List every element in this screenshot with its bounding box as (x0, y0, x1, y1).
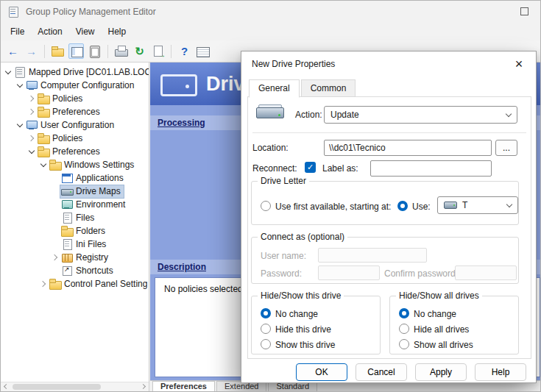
drive-letter-dropdown[interactable]: T (437, 196, 518, 214)
tree-item-label: Registry (76, 252, 108, 263)
radio-this-no-change[interactable] (261, 308, 271, 318)
applications-icon (61, 172, 73, 184)
icon-view-icon[interactable] (195, 43, 211, 59)
location-input[interactable] (324, 140, 492, 156)
ok-button[interactable]: OK (296, 363, 347, 381)
export-list-icon[interactable] (150, 43, 166, 59)
scroll-left-icon[interactable] (4, 384, 9, 389)
close-icon[interactable]: × (509, 55, 528, 73)
separator (252, 132, 526, 133)
tree-item-shortcuts[interactable]: Shortcuts (1, 264, 149, 277)
menu-view[interactable]: View (69, 24, 102, 39)
tree-item-gpo-root[interactable]: Mapped Drive [DC01.LAB.LOCA (1, 65, 149, 79)
scrollbar-thumb[interactable] (13, 384, 101, 390)
hide-this-drive-label: Hide this drive (275, 324, 331, 335)
show-console-tree-icon[interactable] (68, 43, 84, 59)
radio-use[interactable] (397, 201, 408, 211)
processing-link[interactable]: Processing (158, 118, 205, 128)
computer-icon (26, 79, 38, 91)
tree-item-windows-settings[interactable]: Windows Settings (1, 158, 149, 171)
password-input (318, 266, 380, 280)
reconnect-checkbox[interactable]: ✓ (305, 162, 316, 173)
tree-item-content: User Configuration (25, 119, 117, 132)
chevron-slot (50, 226, 60, 236)
tree-item-content: Control Panel Setting (49, 278, 149, 291)
tree-item-applications[interactable]: Applications (1, 171, 149, 185)
forward-icon[interactable]: → (24, 43, 39, 59)
hide-show-all-legend: Hide/Show all drives (396, 291, 482, 301)
tree-item-content: Policies (37, 93, 85, 105)
tree-item-content: Preferences (37, 106, 103, 118)
environment-icon (61, 199, 73, 210)
user-configuration-icon (26, 119, 38, 131)
tree-item-content: Environment (60, 199, 128, 211)
tree-item-policies-computer[interactable]: Policies (1, 92, 149, 105)
ini-files-icon (61, 238, 73, 250)
tree-item-registry[interactable]: Registry (1, 251, 149, 264)
chevron-right-icon[interactable] (26, 133, 37, 143)
tree-item-content: Applications (60, 172, 127, 185)
radio-use-first-available[interactable] (261, 201, 271, 211)
tree-item-folders[interactable]: Folders (1, 224, 149, 238)
cancel-button[interactable]: Cancel (356, 363, 407, 381)
drive-icon-part (453, 204, 455, 206)
help-button[interactable]: Help (475, 363, 526, 381)
up-one-level-icon[interactable] (50, 43, 66, 59)
radio-show-all-drives[interactable] (399, 339, 409, 349)
tree-item-label: Applications (76, 173, 124, 183)
back-icon[interactable]: ← (5, 43, 21, 59)
tree-item-files[interactable]: Files (1, 211, 149, 224)
chevron-down-icon[interactable] (3, 67, 13, 77)
help-icon[interactable]: ? (177, 43, 192, 59)
tree-item-preferences-user[interactable]: Preferences (1, 145, 149, 158)
menu-action[interactable]: Action (31, 24, 68, 39)
chevron-down-icon[interactable] (15, 80, 25, 90)
drive-action-icon (255, 101, 285, 124)
chevron-right-icon[interactable] (50, 252, 60, 263)
password-label: Password: (261, 268, 302, 279)
tree-item-drive-maps[interactable]: Drive Maps (1, 185, 149, 198)
tree-item-label: Windows Settings (64, 160, 134, 170)
refresh-icon[interactable]: ↻ (132, 43, 147, 59)
menu-help[interactable]: Help (102, 24, 133, 39)
confirm-password-input (455, 266, 517, 280)
print-icon[interactable] (113, 43, 129, 59)
chevron-down-icon[interactable] (26, 146, 37, 157)
general-tab-page: Action: Update Location: ... Reconnect: … (247, 96, 531, 359)
action-dropdown[interactable]: Update (324, 106, 517, 124)
chevron-right-icon[interactable] (26, 107, 37, 117)
chevron-right-icon[interactable] (38, 279, 49, 289)
tree-item-content: Folders (60, 225, 108, 238)
radio-show-this-drive[interactable] (261, 339, 271, 349)
scroll-right-icon[interactable] (141, 384, 146, 389)
apply-button[interactable]: Apply (415, 363, 467, 381)
radio-hide-this-drive[interactable] (261, 324, 271, 334)
label-as-input[interactable] (370, 160, 492, 177)
chevron-down-icon[interactable] (15, 120, 25, 130)
radio-all-no-change[interactable] (399, 308, 409, 318)
maximize-button[interactable] (520, 7, 528, 15)
chevron-right-icon[interactable] (26, 93, 37, 104)
chevron-down-icon (506, 202, 512, 207)
description-link[interactable]: Description (158, 262, 206, 272)
tree-item-environment[interactable]: Environment (1, 198, 149, 211)
tree-item-computer-configuration[interactable]: Computer Configuration (1, 79, 149, 92)
tab-common[interactable]: Common (301, 79, 356, 97)
drive-icon-part (278, 114, 280, 116)
browse-button[interactable]: ... (495, 140, 517, 156)
tree-horizontal-scrollbar[interactable] (1, 382, 149, 391)
tab-preferences[interactable]: Preferences (152, 381, 215, 391)
tree-item-control-panel-settings[interactable]: Control Panel Setting (1, 277, 149, 291)
chevron-down-icon[interactable] (38, 160, 49, 170)
folder-icon (61, 225, 73, 237)
radio-hide-all-drives[interactable] (399, 324, 409, 334)
tree-item-preferences-computer[interactable]: Preferences (1, 105, 149, 118)
tree-item-label: Shortcuts (76, 266, 113, 276)
empty-text: No policies selected (164, 284, 243, 294)
tree-item-policies-user[interactable]: Policies (1, 132, 149, 145)
tree-item-ini-files[interactable]: Ini Files (1, 238, 149, 251)
tree-item-user-configuration[interactable]: User Configuration (1, 118, 149, 132)
tab-general[interactable]: General (249, 79, 300, 98)
menu-file[interactable]: File (4, 24, 31, 39)
paste-icon[interactable] (87, 43, 102, 59)
